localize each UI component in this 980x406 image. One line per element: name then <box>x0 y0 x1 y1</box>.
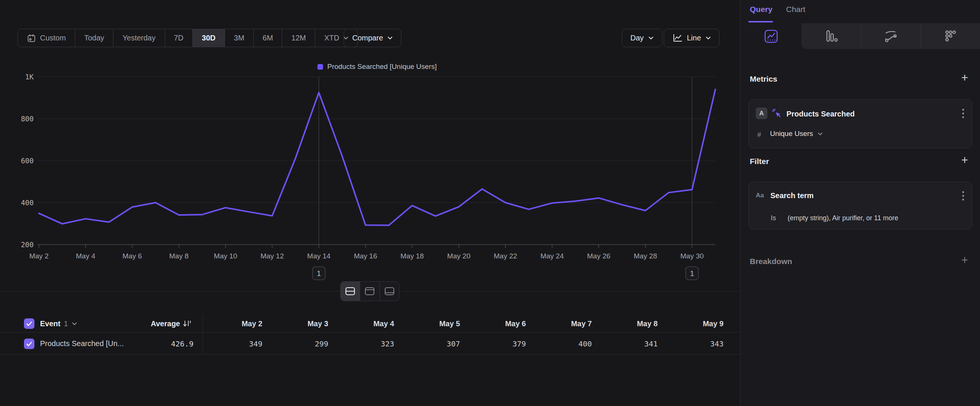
column-header: May 2 <box>206 315 262 333</box>
filter-card[interactable]: Aa Search term Is (empty string), Air pu… <box>749 182 972 229</box>
filter-property-name: Search term <box>770 191 814 200</box>
data-cell: 307 <box>404 333 460 355</box>
results-table: Event 1 Average May 2 May 3 <box>0 315 740 355</box>
chart-type-strip <box>740 23 980 49</box>
svg-text:May 2: May 2 <box>29 252 49 260</box>
hash-icon: # <box>757 131 761 139</box>
check-icon <box>26 322 32 326</box>
svg-text:May 12: May 12 <box>261 252 284 260</box>
data-cell: 349 <box>206 333 262 355</box>
measure-dropdown[interactable]: Unique Users <box>770 130 823 138</box>
event-cursor-icon <box>772 108 782 119</box>
column-header: May 4 <box>338 315 394 333</box>
tab-chart[interactable]: Chart <box>786 5 805 14</box>
metric-badge: A <box>756 107 767 119</box>
main-area: Custom Today Yesterday 7D 30D 3M 6M 12M … <box>0 0 740 406</box>
table-only-icon <box>385 287 395 296</box>
data-cell: 299 <box>272 333 328 355</box>
average-header: Average <box>151 320 180 328</box>
chevron-down-icon <box>818 132 823 135</box>
filter-kebab-menu[interactable] <box>962 191 965 201</box>
table-row: Products Searched [Un... 426.9 349 299 3… <box>0 333 740 355</box>
data-cell: 341 <box>601 333 658 355</box>
chart-only-icon <box>364 287 375 296</box>
layout-toggle-group <box>340 281 399 301</box>
svg-text:May 8: May 8 <box>169 252 189 260</box>
column-header: May 7 <box>536 315 592 333</box>
flow-chart-icon <box>883 29 899 44</box>
chart-type-bar-tab[interactable] <box>802 23 861 49</box>
average-value: 426.9 <box>119 333 194 355</box>
column-header: May 9 <box>667 315 724 333</box>
data-cell: 379 <box>470 333 526 355</box>
bar-chart-icon <box>824 29 839 44</box>
metric-kebab-menu[interactable] <box>962 108 965 118</box>
series-name: Products Searched [Un... <box>40 333 124 355</box>
svg-text:May 14: May 14 <box>307 252 331 260</box>
dots-grid-icon <box>943 29 958 44</box>
layout-split-view-button[interactable] <box>340 282 360 301</box>
check-icon <box>26 342 32 346</box>
sort-descending-icon <box>183 320 192 328</box>
svg-text:May 16: May 16 <box>354 252 377 260</box>
layout-table-only-button[interactable] <box>380 282 399 301</box>
svg-text:May 4: May 4 <box>76 252 95 260</box>
chart-type-dots-grid-tab[interactable] <box>921 23 980 49</box>
sort-button[interactable] <box>183 320 192 328</box>
layout-chart-only-button[interactable] <box>360 282 379 301</box>
filter-heading: Filter <box>750 157 769 166</box>
svg-text:200: 200 <box>21 240 34 249</box>
svg-text:May 24: May 24 <box>541 252 564 260</box>
add-breakdown-button[interactable]: + <box>959 255 970 266</box>
filter-operator[interactable]: Is <box>771 214 776 222</box>
svg-text:May 10: May 10 <box>214 252 237 260</box>
svg-text:1K: 1K <box>25 73 34 81</box>
string-property-icon: Aa <box>756 192 764 199</box>
breakdown-heading: Breakdown <box>750 257 792 266</box>
data-cell: 400 <box>536 333 592 355</box>
data-cell: 323 <box>338 333 394 355</box>
column-header: May 8 <box>601 315 658 333</box>
svg-text:1: 1 <box>317 269 321 277</box>
line-chart-canvas: 2004006008001KMay 2May 4May 6May 8May 10… <box>0 0 740 292</box>
tab-query[interactable]: Query <box>750 5 773 14</box>
column-header: May 6 <box>470 315 526 333</box>
data-cell: 343 <box>667 333 724 355</box>
line-chart-icon <box>763 29 779 44</box>
column-header: May 3 <box>272 315 328 333</box>
split-view-icon <box>345 287 355 296</box>
filter-value[interactable]: (empty string), Air purifier, or 11 more <box>788 214 898 222</box>
svg-text:400: 400 <box>21 199 34 207</box>
svg-text:May 28: May 28 <box>634 252 657 260</box>
table-header-row: Event 1 Average May 2 May 3 <box>0 315 740 333</box>
svg-text:800: 800 <box>21 115 34 123</box>
chart-type-line-tab[interactable] <box>740 23 802 49</box>
add-metric-button[interactable]: + <box>959 72 970 84</box>
svg-text:600: 600 <box>21 156 34 165</box>
metric-name: Products Searched <box>786 110 854 118</box>
svg-text:May 22: May 22 <box>494 252 517 260</box>
event-dropdown[interactable]: Event 1 <box>40 315 77 333</box>
column-header: May 5 <box>404 315 460 333</box>
event-checkbox[interactable] <box>24 318 35 329</box>
query-panel: Query Chart <box>740 0 980 406</box>
metrics-heading: Metrics <box>750 75 778 84</box>
svg-text:May 20: May 20 <box>447 252 470 260</box>
app-root: Custom Today Yesterday 7D 30D 3M 6M 12M … <box>0 0 980 406</box>
svg-text:May 30: May 30 <box>681 252 704 260</box>
svg-text:May 18: May 18 <box>401 252 424 260</box>
add-filter-button[interactable]: + <box>959 155 970 166</box>
metric-card[interactable]: A Products Searched # Unique Users <box>749 99 972 148</box>
chart-type-flow-tab[interactable] <box>861 23 921 49</box>
active-tab-underline <box>748 21 773 22</box>
svg-text:1: 1 <box>690 269 694 277</box>
svg-text:May 6: May 6 <box>123 252 142 260</box>
chevron-down-icon <box>72 322 77 325</box>
series-checkbox[interactable] <box>24 339 35 349</box>
svg-text:May 26: May 26 <box>587 252 610 260</box>
